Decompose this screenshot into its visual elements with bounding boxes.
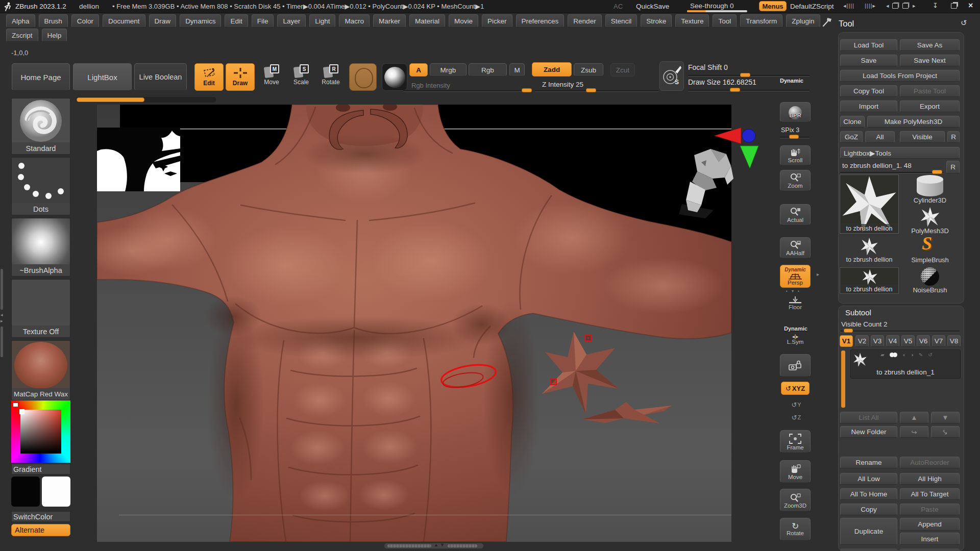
move-into-folder-button[interactable]: ↪: [931, 426, 960, 438]
menu-color[interactable]: Color: [71, 14, 99, 28]
vtab-v6[interactable]: V6: [917, 335, 930, 347]
subtool-list-item[interactable]: ▰ ◖ ◑ ✎ ↺ to zbrush dellion_1: [850, 349, 961, 379]
rotate-nav-button[interactable]: ↻ Rotate: [780, 518, 811, 541]
actual-nav-button[interactable]: Actual: [780, 204, 811, 226]
doc-prev-icon[interactable]: ◂: [886, 3, 889, 9]
refresh-icon[interactable]: ↺: [928, 352, 932, 358]
subtool-scrollbar[interactable]: [841, 350, 845, 408]
scroll-nav-button[interactable]: Scroll: [780, 145, 811, 166]
canvas-hscroll-thumb[interactable]: [77, 97, 144, 102]
shaded-icon[interactable]: ◖: [902, 352, 905, 358]
vtab-v8[interactable]: V8: [947, 335, 961, 347]
home-page-button[interactable]: Home Page: [12, 63, 70, 91]
left-divider-collapse-icon[interactable]: ◂: [1, 312, 3, 317]
menu-draw[interactable]: Draw: [149, 14, 177, 28]
mrgb-button[interactable]: Mrgb: [430, 63, 467, 77]
canvas-3d-viewport[interactable]: [97, 105, 766, 542]
tool-thumb-star2[interactable]: to zbrush dellion: [840, 237, 899, 264]
see-through-slider[interactable]: See-through 0: [690, 2, 734, 10]
menu-render[interactable]: Render: [568, 14, 601, 28]
close-icon[interactable]: ×: [968, 1, 973, 10]
draw-size-track[interactable]: [688, 90, 810, 91]
goz-r-button[interactable]: R: [947, 131, 960, 143]
move-mode-button[interactable]: M Move: [259, 64, 284, 91]
menu-macro[interactable]: Macro: [339, 14, 370, 28]
menu-help[interactable]: Help: [42, 29, 67, 42]
menu-texture[interactable]: Texture: [675, 14, 709, 28]
quicksave-button[interactable]: QuickSave: [636, 3, 669, 10]
current-material-thumb[interactable]: MatCap Red Wax: [11, 340, 70, 400]
default-zscript-button[interactable]: DefaultZScript: [790, 3, 834, 10]
menu-edit[interactable]: Edit: [225, 14, 248, 28]
save-next-button[interactable]: Save Next: [900, 55, 960, 66]
move-nav-button[interactable]: Move: [780, 460, 811, 483]
spix-handle[interactable]: [789, 135, 799, 139]
rgb-button[interactable]: Rgb: [469, 63, 507, 77]
alternate-button[interactable]: Alternate: [11, 524, 70, 536]
move-to-folder-button[interactable]: ↪: [900, 426, 928, 438]
rename-button[interactable]: Rename: [840, 457, 897, 468]
duplicate-button[interactable]: Duplicate: [840, 518, 897, 545]
rgb-intensity-slider-label[interactable]: Rgb Intensity: [411, 82, 450, 89]
scroll-segment-left[interactable]: [387, 544, 431, 547]
menu-alpha[interactable]: Alpha: [6, 14, 35, 28]
draw-size-slider-label[interactable]: Draw Size 162.68251: [688, 78, 756, 86]
zsub-button[interactable]: Zsub: [574, 63, 603, 77]
append-button[interactable]: Append: [900, 518, 960, 531]
camera-lock-button[interactable]: [780, 354, 811, 377]
menu-marker[interactable]: Marker: [373, 14, 406, 28]
all-low-button[interactable]: All Low: [840, 473, 897, 485]
save-as-button[interactable]: Save As: [900, 39, 960, 51]
right-divider-icon[interactable]: ▸: [817, 271, 819, 277]
gradient-label-bar[interactable]: Gradient: [11, 464, 70, 474]
doc-copy-icon[interactable]: [892, 3, 898, 9]
visibility-eye-icon[interactable]: [890, 353, 897, 357]
doc-next-icon[interactable]: ▸: [913, 3, 916, 9]
all-to-home-button[interactable]: All To Home: [840, 488, 897, 500]
dynamic-draw-size-label[interactable]: Dynamic: [780, 78, 803, 84]
floor-button[interactable]: Floor: [780, 296, 811, 313]
tool-thumb-star3[interactable]: to zbrush dellion: [840, 267, 899, 294]
secondary-color-swatch[interactable]: [42, 477, 70, 507]
visible-count-slider-label[interactable]: Visible Count 2: [841, 320, 888, 328]
doc-paste-icon[interactable]: [902, 3, 909, 9]
tray-collapse-left-icon[interactable]: ◂||||: [843, 3, 854, 9]
menu-stencil[interactable]: Stencil: [605, 14, 638, 28]
lightbox-tools-button[interactable]: Lightbox▶Tools: [840, 147, 960, 159]
polypaint-icon[interactable]: ✎: [919, 352, 923, 358]
load-tool-button[interactable]: Load Tool: [840, 39, 897, 51]
tool-thumb-active[interactable]: to zbrush dellion: [840, 174, 899, 234]
export-button[interactable]: Export: [900, 101, 960, 112]
persp-button[interactable]: Dynamic Persp: [780, 265, 811, 288]
make-polymesh3d-button[interactable]: Make PolyMesh3D: [867, 116, 960, 128]
import-button[interactable]: Import: [840, 101, 897, 112]
all-high-button[interactable]: All High: [900, 473, 960, 485]
load-tools-from-project-button[interactable]: Load Tools From Project: [840, 70, 960, 82]
spix-slider-label[interactable]: SPix 3: [781, 127, 799, 134]
menu-layer[interactable]: Layer: [277, 14, 306, 28]
left-tray-divider2[interactable]: [1, 327, 3, 357]
minimize-icon[interactable]: ↧: [933, 2, 938, 9]
draw-size-handle[interactable]: [730, 88, 740, 92]
menu-movie[interactable]: Movie: [449, 14, 478, 28]
menu-stroke[interactable]: Stroke: [641, 14, 672, 28]
menu-tool[interactable]: Tool: [713, 14, 737, 28]
hue-cursor[interactable]: [12, 402, 19, 408]
tool-r-button[interactable]: R: [946, 161, 960, 173]
insert-button[interactable]: Insert: [900, 533, 960, 545]
left-tray-divider[interactable]: [1, 269, 3, 310]
copy-subtool-button[interactable]: Copy: [840, 504, 897, 515]
dynamic-persp-label[interactable]: Dynamic: [784, 325, 807, 332]
current-brush-thumb[interactable]: Standard: [11, 98, 70, 155]
current-texture-thumb[interactable]: Texture Off: [11, 279, 70, 338]
subtool-down-button[interactable]: ▼: [931, 412, 960, 423]
frame-nav-button[interactable]: Frame: [780, 430, 811, 453]
vtab-v5[interactable]: V5: [901, 335, 915, 347]
menus-button[interactable]: Menus: [759, 1, 787, 11]
all-to-target-button[interactable]: All To Target: [900, 488, 960, 500]
z-intensity-handle[interactable]: [586, 88, 596, 92]
clone-button[interactable]: Clone: [840, 116, 865, 128]
scroll-segment-right[interactable]: [448, 544, 477, 547]
menu-zplugin[interactable]: Zplugin: [786, 14, 820, 28]
menu-picker[interactable]: Picker: [482, 14, 512, 28]
